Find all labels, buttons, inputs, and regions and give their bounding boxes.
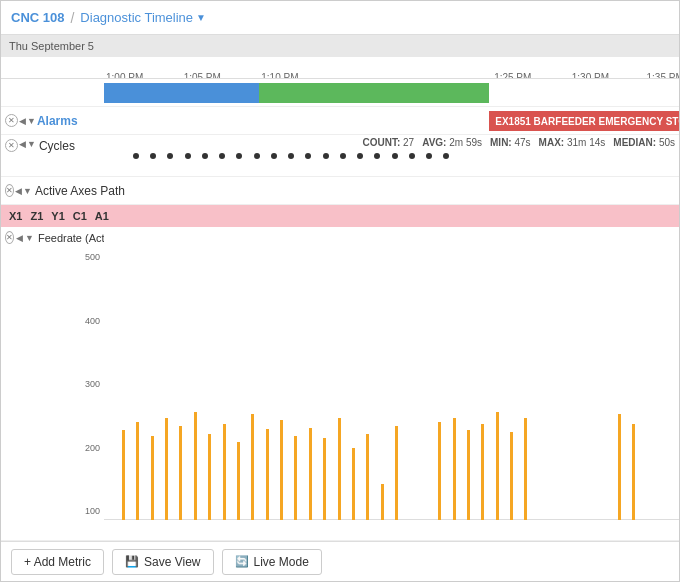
feedrate-bar — [366, 434, 369, 520]
add-metric-button[interactable]: + Add Metric — [11, 549, 104, 575]
feedrate-bar — [496, 412, 499, 520]
axis-tag: Y1 — [51, 210, 64, 222]
feedrate-controls: ✕ ◀ ▼ Feedrate (Actual) Path2 — [1, 227, 104, 244]
axis-tag: Z1 — [30, 210, 43, 222]
date-label: Thu September 5 — [9, 40, 94, 52]
axes-down-btn[interactable]: ▼ — [23, 186, 32, 196]
feedrate-bar — [510, 432, 513, 520]
title-caret-icon: ▼ — [196, 12, 206, 23]
cycles-controls: ✕ ◀ ▼ Cycles — [1, 135, 104, 176]
axis-tag: X1 — [9, 210, 22, 222]
blue-row-controls — [1, 79, 104, 106]
alarms-data: EX1851 BARFEEDER EMERGENCY STOP, 21m 43s — [104, 107, 679, 135]
machine-label[interactable]: CNC 108 — [11, 10, 64, 25]
cycles-down-btn[interactable]: ▼ — [27, 139, 36, 149]
cycles-left-btn[interactable]: ◀ — [19, 139, 26, 149]
cycle-dot — [392, 153, 398, 159]
save-view-button[interactable]: 💾 Save View — [112, 549, 213, 575]
feedrate-chart — [104, 227, 679, 540]
feedrate-bar — [632, 424, 635, 520]
alarms-down-btn[interactable]: ▼ — [27, 116, 36, 126]
cycle-dot — [443, 153, 449, 159]
save-view-label: Save View — [144, 555, 200, 569]
feedrate-bar — [309, 428, 312, 520]
axis-tag: C1 — [73, 210, 87, 222]
cycles-stats: COUNT: 27 AVG: 2m 59s MIN: 47s MAX: 31m … — [363, 137, 676, 148]
active-axes-label: Active Axes Path — [35, 184, 125, 198]
feedrate-bar — [453, 418, 456, 520]
cycle-dot — [357, 153, 363, 159]
feedrate-bar — [323, 438, 326, 520]
axes-left-btn[interactable]: ◀ — [15, 186, 22, 196]
cycle-dot — [254, 153, 260, 159]
feedrate-bar — [179, 426, 182, 520]
tick-label: 1:35 PM — [645, 68, 680, 80]
feedrate-bar — [151, 436, 154, 520]
alarms-controls: ✕ ◀ ▼ Alarms — [1, 107, 104, 134]
save-icon: 💾 — [125, 555, 139, 568]
timeline-title[interactable]: Diagnostic Timeline ▼ — [80, 10, 206, 25]
feedrate-close-btn[interactable]: ✕ — [5, 231, 14, 244]
feedrate-bar — [280, 420, 283, 520]
cycles-data: COUNT: 27 AVG: 2m 59s MIN: 47s MAX: 31m … — [104, 135, 679, 177]
feedrate-bar — [251, 414, 254, 520]
cycle-dot — [426, 153, 432, 159]
live-mode-button[interactable]: 🔄 Live Mode — [222, 549, 322, 575]
tick-label: 1:10 PM — [259, 68, 298, 80]
median-stat: MEDIAN: 50s — [613, 137, 675, 148]
alarms-left-btn[interactable]: ◀ — [19, 116, 26, 126]
min-stat: MIN: 47s — [490, 137, 531, 148]
live-mode-label: Live Mode — [254, 555, 309, 569]
feedrate-bar — [122, 430, 125, 520]
green-segment — [259, 83, 489, 103]
blue-segment — [104, 83, 259, 103]
date-bar: Thu September 5 — [1, 35, 679, 57]
avg-stat: AVG: 2m 59s — [422, 137, 482, 148]
app-container: CNC 108 / Diagnostic Timeline ▼ Thu Sept… — [0, 0, 680, 582]
cycle-dot — [236, 153, 242, 159]
feedrate-bar — [524, 418, 527, 520]
cycles-label: Cycles — [39, 139, 75, 153]
alarm-bar: EX1851 BARFEEDER EMERGENCY STOP, 21m 43s — [489, 111, 679, 131]
feedrate-bar — [352, 448, 355, 520]
feedrate-bar — [165, 418, 168, 520]
cycle-dot — [305, 153, 311, 159]
feedrate-bar — [136, 422, 139, 520]
feedrate-bar — [395, 426, 398, 520]
cycle-dot — [323, 153, 329, 159]
feedrate-y-axis: 500400300200100 — [1, 244, 104, 540]
cycle-dot — [409, 153, 415, 159]
timeline-content: ✕ ◀ ▼ Alarms EX1851 BARFEEDER EMERGENCY … — [1, 79, 679, 541]
max-stat: MAX: 31m 14s — [539, 137, 606, 148]
tick-label: 1:00 PM — [104, 68, 143, 80]
live-icon: 🔄 — [235, 555, 249, 568]
axes-close-btn[interactable]: ✕ — [5, 184, 14, 197]
cycle-dot — [150, 153, 156, 159]
alarms-close-btn[interactable]: ✕ — [5, 114, 18, 127]
feedrate-bar — [294, 436, 297, 520]
alarm-text: EX1851 BARFEEDER EMERGENCY STOP, 21m 43s — [495, 116, 679, 127]
add-metric-label: + Add Metric — [24, 555, 91, 569]
feedrate-bar — [438, 422, 441, 520]
y-axis-label: 200 — [85, 443, 100, 453]
cycles-close-btn[interactable]: ✕ — [5, 139, 18, 152]
footer: + Add Metric 💾 Save View 🔄 Live Mode — [1, 541, 679, 581]
header-separator: / — [70, 10, 74, 26]
feedrate-bar — [208, 434, 211, 520]
cycle-dot — [374, 153, 380, 159]
feedrate-left-btn[interactable]: ◀ — [16, 233, 23, 243]
feedrate-down-btn[interactable]: ▼ — [25, 233, 34, 243]
tick-label: 1:30 PM — [570, 68, 609, 80]
chart-baseline — [104, 519, 679, 520]
feedrate-bar — [338, 418, 341, 520]
feedrate-bar — [618, 414, 621, 520]
feedrate-bar — [266, 429, 269, 520]
axes-controls: ✕ ◀ ▼ Active Axes Path — [1, 184, 104, 198]
feedrate-bar — [223, 424, 226, 520]
cycle-dot — [288, 153, 294, 159]
timeline-tick-header: 1:00 PM1:05 PM1:10 PM1:25 PM1:30 PM1:35 … — [1, 57, 679, 79]
feedrate-bar — [481, 424, 484, 520]
feedrate-bar — [237, 442, 240, 520]
axis-tag: A1 — [95, 210, 109, 222]
cycle-dot — [167, 153, 173, 159]
